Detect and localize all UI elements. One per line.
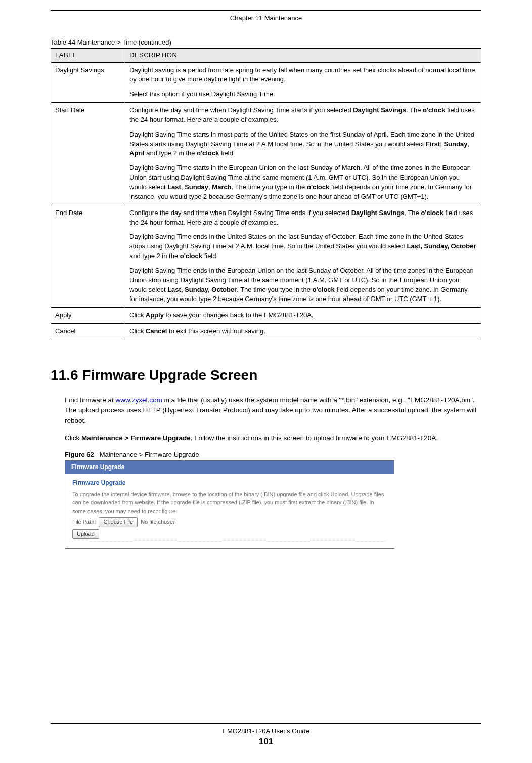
- label-apply: Apply: [51, 308, 125, 324]
- section-title: 11.6 Firmware Upgrade Screen: [51, 365, 481, 385]
- th-desc: DESCRIPTION: [125, 49, 481, 62]
- chapter-header: Chapter 11 Maintenance: [51, 14, 481, 23]
- desc-end: Configure the day and time when Daylight…: [125, 205, 481, 308]
- figure-caption: Figure 62 Maintenance > Firmware Upgrade: [65, 450, 481, 459]
- row-end-date: End Date Configure the day and time when…: [51, 205, 481, 308]
- footer-guide: EMG2881-T20A User's Guide: [0, 727, 532, 736]
- zyxel-link[interactable]: www.zyxel.com: [116, 396, 162, 404]
- row-apply: Apply Click Apply to save your changes b…: [51, 308, 481, 324]
- file-path-label: File Path:: [72, 518, 96, 526]
- no-file-chosen: No file chosen: [141, 518, 176, 526]
- table-caption: Table 44 Maintenance > Time (continued): [51, 38, 481, 47]
- ss-text: To upgrade the internal device firmware,…: [72, 490, 387, 516]
- row-daylight-savings: Daylight Savings Daylight saving is a pe…: [51, 62, 481, 103]
- th-label: LABEL: [51, 49, 125, 62]
- row-start-date: Start Date Configure the day and time wh…: [51, 103, 481, 205]
- desc-cancel: Click Cancel to exit this screen without…: [125, 324, 481, 340]
- firmware-screenshot: Firmware Upgrade Firmware Upgrade To upg…: [65, 460, 394, 549]
- desc-daylight: Daylight saving is a period from late sp…: [125, 62, 481, 103]
- section-para-2: Click Maintenance > Firmware Upgrade. Fo…: [65, 433, 481, 443]
- label-cancel: Cancel: [51, 324, 125, 340]
- ss-header: Firmware Upgrade: [65, 461, 394, 474]
- choose-file-button[interactable]: Choose File: [99, 517, 138, 527]
- upload-button[interactable]: Upload: [72, 529, 99, 539]
- maintenance-table: LABEL DESCRIPTION Daylight Savings Dayli…: [51, 48, 481, 340]
- row-cancel: Cancel Click Cancel to exit this screen …: [51, 324, 481, 340]
- page-number: 101: [0, 736, 532, 748]
- desc-apply: Click Apply to save your changes back to…: [125, 308, 481, 324]
- label-end: End Date: [51, 205, 125, 308]
- label-start: Start Date: [51, 103, 125, 205]
- desc-start: Configure the day and time when Daylight…: [125, 103, 481, 205]
- section-para-1: Find firmware at www.zyxel.com in a file…: [65, 395, 481, 426]
- ss-subtitle: Firmware Upgrade: [72, 479, 387, 487]
- label-daylight: Daylight Savings: [51, 62, 125, 103]
